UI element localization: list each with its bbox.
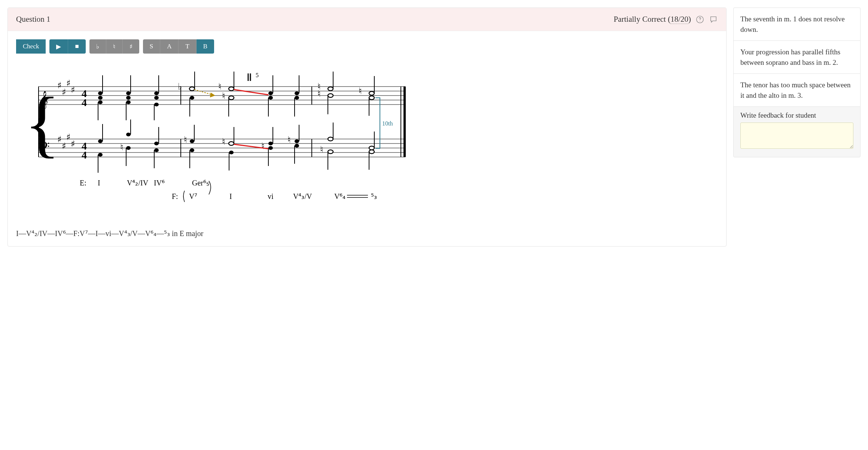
voice-s-button[interactable]: S — [143, 39, 160, 54]
svg-point-100 — [295, 144, 299, 148]
playback-group: ▶ ■ — [49, 39, 85, 54]
svg-point-61 — [154, 148, 159, 152]
svg-point-94 — [295, 91, 299, 95]
svg-text:♮: ♮ — [261, 141, 265, 151]
play-icon: ▶ — [56, 43, 61, 51]
svg-point-111 — [328, 150, 333, 154]
stop-icon: ■ — [75, 43, 79, 50]
svg-marker-123 — [210, 93, 215, 97]
svg-point-78 — [229, 96, 234, 100]
interval-label: 10th — [382, 120, 393, 127]
svg-text:♮: ♮ — [218, 82, 222, 91]
comment-icon[interactable] — [709, 15, 718, 24]
svg-text:⁵₃: ⁵₃ — [371, 192, 377, 200]
svg-point-91 — [268, 142, 273, 145]
svg-line-124 — [234, 90, 268, 95]
svg-text:♭: ♭ — [178, 82, 182, 91]
svg-text:♮: ♮ — [320, 145, 323, 154]
svg-point-58 — [154, 103, 159, 106]
svg-text:V⁴₃/V: V⁴₃/V — [293, 192, 312, 200]
question-title: Question 1 — [16, 15, 51, 24]
svg-point-115 — [369, 91, 374, 95]
svg-point-86 — [268, 96, 273, 100]
voice-b-button[interactable]: B — [197, 39, 214, 54]
music-score[interactable]: { — [16, 60, 409, 238]
score[interactable]: 18/20 — [670, 15, 688, 24]
svg-text:vi: vi — [268, 192, 274, 200]
svg-point-75 — [229, 87, 234, 91]
stop-button[interactable]: ■ — [68, 39, 85, 54]
svg-text:♮: ♮ — [120, 142, 124, 152]
sharp-button[interactable]: ♯ — [123, 39, 139, 54]
svg-point-96 — [295, 96, 299, 100]
svg-text:♯: ♯ — [62, 87, 66, 97]
svg-text:♯: ♯ — [71, 139, 75, 149]
question-card: Question 1 Partially Correct (18/20) — [7, 7, 727, 247]
progression-text: I—V⁴₂/IV—IV⁶—F:V⁷—I—vi—V⁴₃/V—V⁶₄—⁵₃ in E… — [16, 229, 409, 238]
svg-text:♮: ♮ — [222, 137, 225, 147]
svg-point-56 — [154, 96, 159, 100]
natural-button[interactable]: ♮ — [106, 39, 123, 54]
svg-text:♮: ♮ — [317, 89, 321, 99]
svg-point-119 — [369, 146, 374, 150]
svg-point-117 — [369, 96, 374, 100]
svg-point-1 — [700, 21, 700, 21]
svg-point-81 — [229, 142, 234, 145]
svg-point-67 — [190, 96, 194, 100]
svg-text:IV⁶: IV⁶ — [154, 179, 165, 187]
svg-text:Ger⁶₅: Ger⁶₅ — [192, 179, 209, 187]
svg-point-45 — [126, 91, 131, 95]
svg-point-90 — [268, 146, 273, 150]
sharp-icon: ♯ — [130, 43, 133, 51]
svg-text:I: I — [229, 192, 232, 200]
svg-point-85 — [268, 91, 273, 95]
svg-point-55 — [154, 91, 159, 95]
toolbar: Check ▶ ■ ♭ ♮ ♯ S A T B — [16, 39, 718, 54]
svg-point-51 — [126, 146, 131, 150]
svg-text:𝄢: 𝄢 — [40, 140, 50, 157]
feedback-input-section: Write feedback for student — [733, 106, 861, 157]
feedback-item: Your progression has parallel fifths bet… — [733, 40, 861, 73]
svg-point-109 — [328, 137, 333, 141]
flat-icon: ♭ — [96, 43, 99, 51]
feedback-item: The tenor has too much space between it … — [733, 73, 861, 106]
svg-point-99 — [295, 139, 299, 143]
check-button[interactable]: Check — [16, 39, 46, 54]
svg-text:V⁴₂/IV: V⁴₂/IV — [127, 179, 149, 187]
svg-point-60 — [154, 142, 159, 145]
svg-point-70 — [190, 139, 194, 143]
svg-point-82 — [229, 151, 234, 154]
feedback-panel: The seventh in m. 1 does not resolve dow… — [733, 7, 861, 157]
voice-a-button[interactable]: A — [160, 39, 179, 54]
svg-text:4: 4 — [82, 149, 87, 161]
flat-button[interactable]: ♭ — [89, 39, 106, 54]
voice-group: S A T B — [143, 39, 214, 54]
svg-point-52 — [126, 133, 131, 136]
svg-text:♯: ♯ — [57, 135, 62, 144]
svg-text:𝄞: 𝄞 — [39, 91, 48, 109]
measure-number: 5 — [256, 72, 259, 78]
feedback-item: The seventh in m. 1 does not resolve dow… — [733, 7, 861, 40]
svg-text:E:: E: — [80, 179, 86, 187]
svg-text:V⁷: V⁷ — [189, 192, 197, 200]
play-button[interactable]: ▶ — [49, 39, 68, 54]
svg-point-42 — [98, 153, 103, 157]
svg-point-71 — [190, 148, 194, 152]
feedback-textarea[interactable] — [740, 123, 853, 149]
svg-text:♮: ♮ — [184, 135, 187, 145]
svg-text:♮: ♮ — [359, 86, 362, 96]
svg-text:♮: ♮ — [287, 135, 291, 145]
svg-point-48 — [126, 100, 131, 104]
question-header: Question 1 Partially Correct (18/20) — [8, 8, 726, 31]
feedback-input-label: Write feedback for student — [740, 111, 853, 120]
svg-text:♯: ♯ — [57, 81, 62, 90]
help-icon[interactable] — [695, 15, 704, 24]
svg-text:♮: ♮ — [222, 91, 225, 101]
svg-text:4: 4 — [82, 97, 87, 108]
svg-text:♯: ♯ — [71, 85, 75, 95]
result-status: Partially Correct (18/20) — [614, 15, 691, 24]
svg-point-36 — [98, 96, 103, 100]
voice-t-button[interactable]: T — [179, 39, 196, 54]
natural-icon: ♮ — [113, 43, 115, 51]
svg-point-46 — [126, 96, 131, 100]
